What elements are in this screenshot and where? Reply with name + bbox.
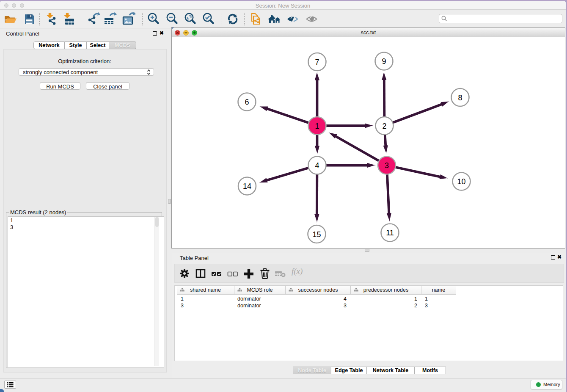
svg-text:8: 8 [458, 94, 462, 102]
svg-text:6: 6 [245, 98, 249, 106]
svg-text:7: 7 [315, 58, 319, 66]
svg-text:11: 11 [386, 229, 394, 237]
svg-text:4: 4 [315, 161, 319, 170]
svg-text:2: 2 [382, 122, 386, 130]
svg-text:14: 14 [243, 182, 251, 190]
svg-text:9: 9 [382, 57, 386, 66]
svg-text:10: 10 [457, 177, 465, 186]
svg-text:3: 3 [385, 161, 389, 170]
svg-text:1: 1 [315, 122, 319, 130]
svg-text:15: 15 [312, 230, 321, 239]
